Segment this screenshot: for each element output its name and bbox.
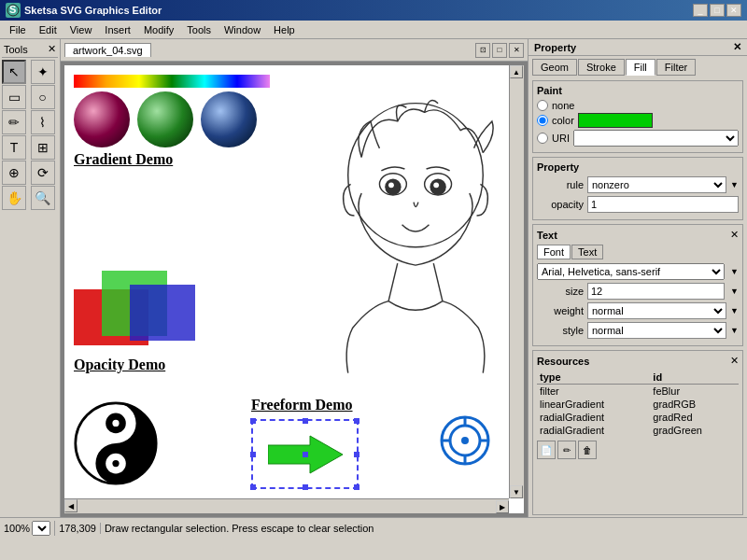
maximize-button[interactable]: □ [710, 4, 725, 17]
window-controls[interactable]: _ □ ✕ [693, 4, 741, 17]
opacity-demo: Opacity Demo [74, 271, 204, 373]
opacity-square-blue [130, 285, 195, 341]
handle-br [354, 484, 359, 490]
font-size-row: size ▼ [537, 283, 739, 300]
tool-zoom[interactable]: 🔍 [31, 186, 55, 210]
paint-color-radio[interactable] [537, 115, 548, 126]
paint-uri-select[interactable] [573, 130, 739, 147]
tool-grid: ↖ ✦ ▭ ○ ✏ ⌇ T ⊞ ⊕ ⟳ ✋ 🔍 [2, 60, 58, 210]
tab-filter[interactable]: Filter [656, 59, 696, 76]
scroll-down-button[interactable]: ▼ [510, 485, 523, 498]
font-weight-select[interactable]: normal bold bolder lighter [587, 302, 726, 319]
font-size-input[interactable] [587, 283, 725, 300]
horizontal-scrollbar[interactable]: ◀ ▶ [64, 498, 509, 513]
paint-none-radio[interactable] [537, 100, 548, 111]
tool-image[interactable]: ⊞ [31, 135, 55, 160]
resources-title: Resources [537, 356, 589, 367]
tool-rotate[interactable]: ⟳ [31, 161, 55, 185]
tool-hand[interactable]: ✋ [2, 186, 26, 210]
resources-table: type id filterfeBlurlinearGradientgradRG… [537, 371, 739, 437]
tool-ellipse[interactable]: ○ [31, 85, 55, 109]
resources-row-1[interactable]: linearGradientgradRGB [537, 398, 739, 411]
menu-insert[interactable]: Insert [99, 23, 136, 36]
minimize-button[interactable]: _ [693, 4, 708, 17]
menu-file[interactable]: File [4, 23, 32, 36]
rule-select[interactable]: nonzero evenodd [587, 176, 726, 193]
resources-close[interactable]: ✕ [730, 355, 739, 367]
resource-id-1: gradRGB [650, 398, 739, 411]
scroll-up-button[interactable]: ▲ [510, 65, 523, 78]
tool-text[interactable]: T [2, 135, 26, 160]
tool-pen[interactable]: ⌇ [31, 110, 55, 134]
arrow-selection-box [251, 419, 359, 489]
menu-help[interactable]: Help [268, 23, 301, 36]
resources-row-2[interactable]: radialGradientgradRed [537, 411, 739, 424]
tab-maximize-button[interactable]: □ [492, 43, 507, 58]
font-size-label: size [537, 286, 584, 297]
tab-fill[interactable]: Fill [626, 59, 655, 76]
tab-close-button[interactable]: ✕ [509, 43, 524, 58]
paint-none-row: none [537, 100, 739, 111]
resource-edit-button[interactable]: ✏ [557, 441, 576, 459]
tool-select[interactable]: ↖ [2, 60, 26, 84]
paint-color-label: color [552, 115, 574, 126]
toolbar-close-icon[interactable]: ✕ [48, 43, 56, 55]
font-style-dropdown-icon[interactable]: ▼ [730, 326, 739, 335]
text-tabs: Font Text [537, 245, 739, 259]
tool-zoom-in[interactable]: ⊕ [2, 161, 26, 185]
rule-dropdown-icon[interactable]: ▼ [730, 180, 739, 189]
paint-uri-radio[interactable] [537, 133, 548, 144]
property-panel-close[interactable]: ✕ [733, 41, 741, 53]
opacity-input[interactable] [587, 196, 739, 213]
zoom-select[interactable]: ▼ [32, 521, 50, 536]
scroll-right-button[interactable]: ▶ [496, 500, 509, 513]
font-family-select[interactable]: Arial, Helvetica, sans-serif Times New R… [537, 263, 725, 280]
menu-view[interactable]: View [64, 23, 98, 36]
close-button[interactable]: ✕ [726, 4, 741, 17]
font-size-dropdown-icon[interactable]: ▼ [730, 287, 739, 296]
text-section-header: Text ✕ [537, 229, 739, 241]
resource-type-2: radialGradient [537, 411, 650, 424]
svg-point-5 [112, 420, 119, 427]
resource-delete-button[interactable]: 🗑 [578, 441, 597, 459]
menu-modify[interactable]: Modify [138, 23, 179, 36]
handle-bc [303, 484, 308, 490]
tab-restore-button[interactable]: ⊡ [475, 43, 490, 58]
text-section-title: Text [537, 230, 557, 241]
text-tab-text[interactable]: Text [571, 245, 603, 259]
handle-bl [250, 484, 256, 490]
tab-geom[interactable]: Geom [532, 59, 577, 76]
font-family-dropdown-icon[interactable]: ▼ [730, 267, 739, 276]
resources-row-0[interactable]: filterfeBlur [537, 385, 739, 399]
opacity-label: opacity [537, 199, 584, 210]
menu-tools[interactable]: Tools [181, 23, 217, 36]
status-message: Draw rectangular selection. Press escape… [105, 523, 743, 534]
menu-window[interactable]: Window [218, 23, 266, 36]
menu-edit[interactable]: Edit [34, 23, 63, 36]
font-controls: Arial, Helvetica, sans-serif Times New R… [537, 263, 739, 339]
gradient-bar [74, 75, 270, 88]
zoom-value: 100% [4, 523, 30, 534]
tab-stroke[interactable]: Stroke [578, 59, 625, 76]
opacity-row: opacity [537, 196, 739, 213]
resources-header: Resources ✕ [537, 355, 739, 367]
font-style-select[interactable]: normal italic oblique [587, 322, 726, 339]
center-dot [303, 452, 308, 457]
canvas-scroll[interactable]: Gradient Demo Opacity Demo [61, 62, 528, 517]
property-panel-title: Property [534, 42, 576, 53]
font-weight-dropdown-icon[interactable]: ▼ [730, 306, 739, 315]
text-tab-font[interactable]: Font [537, 245, 571, 259]
scroll-left-button[interactable]: ◀ [64, 499, 78, 512]
canvas-tab[interactable]: artwork_04.svg [64, 43, 151, 57]
resources-section: Resources ✕ type id filterfeBlurlinearGr… [532, 350, 743, 515]
tool-node[interactable]: ✦ [31, 60, 55, 84]
resource-new-button[interactable]: 📄 [537, 441, 556, 459]
paint-color-swatch[interactable] [578, 113, 653, 128]
tool-pencil[interactable]: ✏ [2, 110, 26, 134]
resources-row-3[interactable]: radialGradientgradGreen [537, 424, 739, 437]
text-section-close[interactable]: ✕ [730, 229, 739, 241]
canvas-area: artwork_04.svg ⊡ □ ✕ Gr [61, 39, 528, 517]
tool-rect[interactable]: ▭ [2, 85, 26, 109]
vertical-scrollbar[interactable]: ▲ ▼ [509, 65, 524, 498]
font-style-row: style normal italic oblique ▼ [537, 322, 739, 339]
